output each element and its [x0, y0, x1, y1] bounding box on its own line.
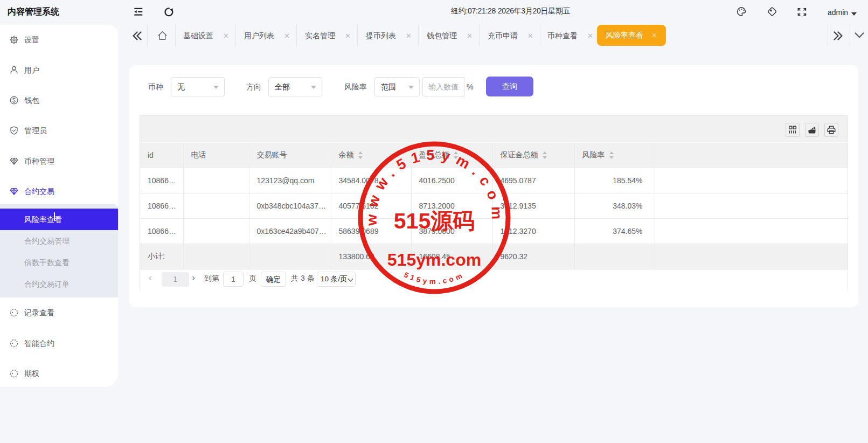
svg-text:515ym.com: 515ym.com: [403, 271, 466, 286]
svg-text:515ym.com: 515ym.com: [387, 250, 481, 269]
svg-text:515源码: 515源码: [394, 209, 475, 233]
